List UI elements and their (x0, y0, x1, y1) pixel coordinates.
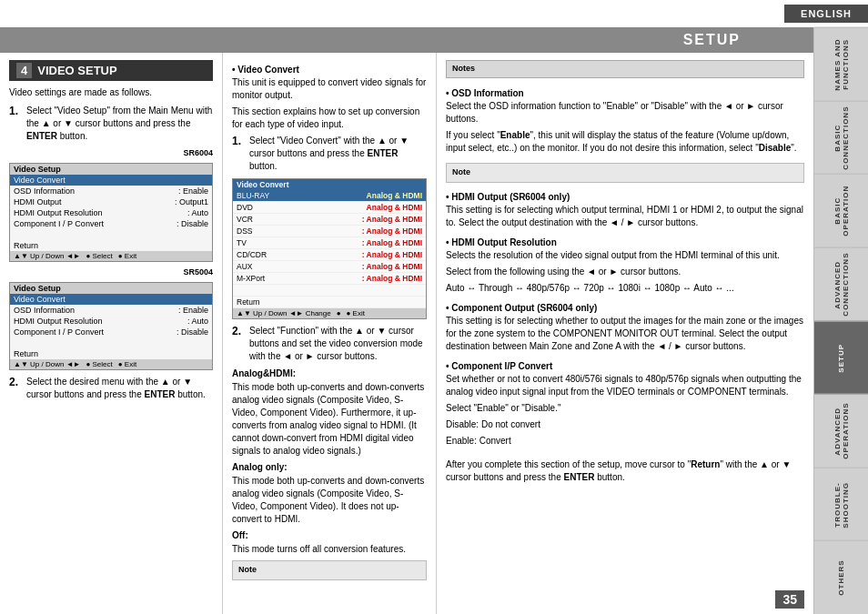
vc-intro1: This unit is equipped to convert video s… (232, 76, 427, 102)
off-text: This mode turns off all conversion featu… (232, 543, 427, 556)
english-tab: ENGLISH (784, 5, 868, 23)
sr5004-menu-footer: ▲▼ Up / Down ◄► ● Select ● Exit (10, 359, 212, 369)
intro-text: Video settings are made as follows. (9, 86, 213, 99)
step1: 1. Select "Video Setup" from the Main Me… (9, 105, 213, 143)
vc-intro2: This section explains how to set up conv… (232, 106, 427, 131)
vc-row-bluray: BLU-RAY Analog & HDMI (233, 190, 426, 202)
bullet-component-ip: • Component I/P Convert (446, 361, 804, 371)
right-note-box: Note (446, 163, 804, 183)
hdmi-res-text2: Select from the following using the ◄ or… (446, 266, 804, 278)
osd-text2: If you select "Enable", this unit will d… (446, 129, 804, 155)
component-ip-text4: Enable: Convert (446, 435, 804, 448)
off-title: Off: (232, 530, 427, 540)
analog-hdmi-title: Analog&HDMI: (232, 368, 427, 378)
vc-row-cdcdr: CD/CDR : Analog & HDMI (233, 249, 426, 261)
page-number: 35 (775, 590, 804, 609)
sr6004-menu-title: Video Setup (10, 164, 212, 175)
notes-title: Notes (452, 64, 798, 73)
vc-row-return: Return (233, 297, 426, 308)
step2-text: Select the desired menu with the ▲ or ▼ … (26, 376, 213, 401)
tab-setup[interactable]: SETUP (814, 321, 868, 395)
step2: 2. Select the desired menu with the ▲ or… (9, 376, 213, 401)
component-ip-text2: Select "Enable" or "Disable." (446, 402, 804, 415)
left-column: 4 VIDEO SETUP Video settings are made as… (0, 53, 223, 614)
bullet-video-convert: • Video Convert (232, 65, 427, 75)
step1-text: Select "Video Setup" from the Main Menu … (26, 105, 213, 143)
vc-row-dvd: DVD Analog & HDMI (233, 202, 426, 214)
menu-row-hdmi-output: HDMI Output: Output1 (10, 196, 212, 207)
vc-table-header: Video Convert (233, 179, 426, 190)
hdmi-res-options: Auto ↔ Through ↔ 480p/576p ↔ 720p ↔ 1080… (446, 282, 804, 295)
sr6004-label: SR6004 (9, 148, 213, 157)
setup-banner-text: SETUP (683, 32, 741, 48)
menu-row-component-ip: Component I / P Convert: Disable (10, 218, 212, 229)
sr5004-menu-row-hdmi-res: HDMI Output Resolution: Auto (10, 316, 212, 327)
osd-text1: Select the OSD information function to "… (446, 100, 804, 126)
sr5004-menu-row-component-ip: Component I / P Convert: Disable (10, 327, 212, 337)
tab-basic-connections[interactable]: BASICCONNECTIONS (814, 101, 868, 175)
analog-only-text: This mode both up-converts and down-conv… (232, 475, 427, 526)
tab-advanced-connections[interactable]: ADVANCEDCONNECTIONS (814, 247, 868, 321)
menu-row-video-convert: Video Convert (10, 175, 212, 186)
sr5004-menu-box: Video Setup Video Convert OSD Informatio… (9, 282, 213, 370)
hdmi-res-text1: Selects the resolution of the video sign… (446, 249, 804, 262)
mid-step1: 1. Select "Video Convert" with the ▲ or … (232, 135, 427, 173)
menu-row-osd: OSD Information: Enable (10, 186, 212, 196)
vc-row-tv: TV : Analog & HDMI (233, 237, 426, 249)
sr5004-menu-title: Video Setup (10, 283, 212, 294)
component-ip-text3: Disable: Do not convert (446, 418, 804, 431)
right-column: Notes • OSD Information Select the OSD i… (437, 53, 813, 614)
notes-box: Notes (446, 60, 804, 78)
setup-banner: SETUP (0, 27, 813, 53)
tab-names-functions[interactable]: NAMES ANDFUNCTIONS (814, 27, 868, 101)
component-ip-text1: Set whether or not to convert 480i/576i … (446, 373, 804, 398)
right-note-title: Note (452, 167, 798, 176)
hdmi-output-text: This setting is for selecting which outp… (446, 204, 804, 229)
top-header: ENGLISH (0, 0, 868, 27)
step2-number: 2. (9, 376, 22, 401)
vc-row-empty (233, 285, 426, 297)
tab-basic-operation[interactable]: BASICOPERATION (814, 174, 868, 247)
after-complete-text: After you complete this section of the s… (446, 458, 804, 484)
menu-row-return: Return (10, 240, 212, 251)
mid-step2-number: 2. (232, 325, 245, 363)
menu-row-hdmi-res: HDMI Output Resolution: Auto (10, 207, 212, 218)
sr5004-menu-row-video-convert: Video Convert (10, 294, 212, 305)
vc-row-vcr: VCR : Analog & HDMI (233, 214, 426, 226)
menu-item-label: Video Convert (14, 176, 66, 185)
tab-troubleshooting[interactable]: TROUBLE-SHOOTING (814, 468, 868, 541)
mid-step2: 2. Select "Function" with the ▲ or ▼ cur… (232, 325, 427, 363)
sr5004-label: SR5004 (9, 267, 213, 277)
sr6004-menu-footer: ▲▼ Up / Down ◄► ● Select ● Exit (10, 251, 212, 261)
bullet-hdmi-output: • HDMI Output (SR6004 only) (446, 192, 804, 202)
sr6004-menu-box: Video Setup Video Convert OSD Informatio… (9, 163, 213, 262)
vc-row-aux: AUX : Analog & HDMI (233, 261, 426, 273)
analog-hdmi-text: This mode both up-converts and down-conv… (232, 381, 427, 458)
section-header: 4 VIDEO SETUP (9, 60, 213, 81)
analog-only-title: Analog only: (232, 462, 427, 472)
mid-step1-text: Select "Video Convert" with the ▲ or ▼ c… (249, 135, 427, 173)
vc-row-dss: DSS : Analog & HDMI (233, 226, 426, 237)
section-number: 4 (16, 63, 32, 78)
sr5004-menu-row-empty (10, 337, 212, 348)
bullet-osd-info: • OSD Information (446, 88, 804, 98)
mid-note-title: Note (238, 565, 420, 574)
tab-advanced-operations[interactable]: ADVANCEDOPERATIONS (814, 394, 868, 468)
menu-row-empty (10, 229, 212, 240)
mid-step1-number: 1. (232, 135, 245, 173)
section-title: VIDEO SETUP (37, 64, 116, 77)
main-content: 4 VIDEO SETUP Video settings are made as… (0, 53, 813, 614)
bullet-component-output: • Component Output (SR6004 only) (446, 303, 804, 313)
vc-table: Video Convert BLU-RAY Analog & HDMI DVD … (232, 178, 427, 319)
right-tabs: NAMES ANDFUNCTIONS BASICCONNECTIONS BASI… (813, 27, 868, 614)
component-output-text: This setting is for selecting whether to… (446, 315, 804, 353)
vc-table-footer: ▲▼ Up / Down ◄► Change ● ● Exit (233, 308, 426, 318)
middle-column: • Video Convert This unit is equipped to… (223, 53, 437, 614)
mid-step2-text: Select "Function" with the ▲ or ▼ cursor… (249, 325, 427, 363)
mid-note-box: Note (232, 560, 427, 580)
bullet-hdmi-res: • HDMI Output Resolution (446, 237, 804, 247)
sr5004-menu-row-osd: OSD Information: Enable (10, 305, 212, 316)
tab-others[interactable]: OTHERS (814, 540, 868, 614)
step1-number: 1. (9, 105, 22, 143)
sr5004-menu-row-return: Return (10, 348, 212, 359)
